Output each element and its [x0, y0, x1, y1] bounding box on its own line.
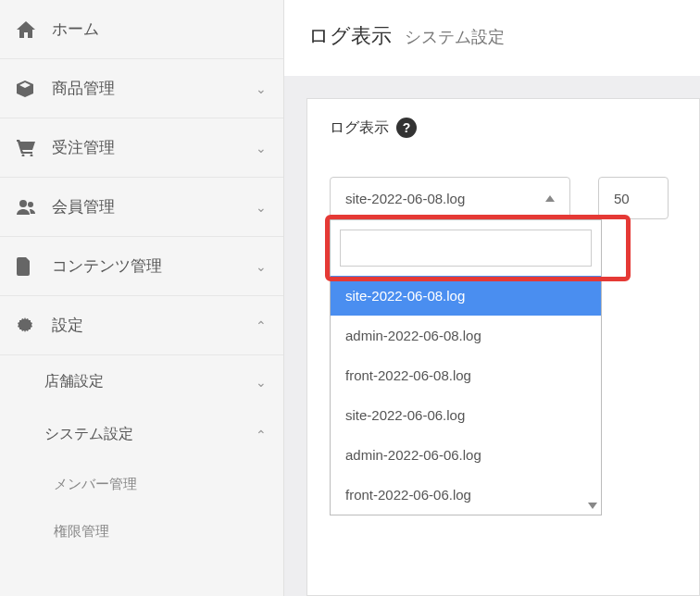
sidebar-subitem-system-settings[interactable]: システム設定 ⌃ [0, 408, 283, 461]
page-subtitle: システム設定 [405, 26, 505, 48]
users-icon [17, 200, 41, 215]
chevron-down-icon: ⌄ [256, 259, 267, 274]
home-icon [17, 21, 41, 38]
help-icon[interactable]: ? [396, 118, 417, 138]
log-file-select[interactable]: site-2022-06-08.log [330, 177, 570, 219]
sidebar-item-products[interactable]: 商品管理 ⌄ [0, 59, 283, 118]
sidebar-subsubitem-permission-mgmt[interactable]: 権限管理 [0, 508, 283, 555]
dropdown-option[interactable]: front-2022-06-06.log [331, 475, 601, 515]
file-icon [17, 257, 41, 276]
select-value: site-2022-06-08.log [345, 191, 465, 206]
sidebar-subsubitem-label: メンバー管理 [54, 476, 137, 491]
sidebar-item-label: 商品管理 [52, 78, 256, 99]
sidebar-item-label: ホーム [52, 19, 267, 40]
svg-point-1 [31, 154, 33, 156]
main-content: ログ表示 システム設定 ログ表示 ? site-2022-06-08.log 5… [284, 0, 700, 596]
svg-point-0 [22, 154, 25, 156]
dropdown-option[interactable]: site-2022-06-06.log [331, 395, 601, 435]
sidebar-item-label: コンテンツ管理 [52, 255, 256, 277]
cube-icon [17, 81, 41, 97]
svg-point-2 [19, 200, 27, 207]
sidebar-subitem-label: 店舗設定 [44, 372, 256, 391]
dropdown-search-input[interactable] [340, 230, 592, 267]
chevron-down-icon: ⌄ [256, 81, 267, 96]
log-controls: site-2022-06-08.log 50 site-2022-06-08.l… [307, 155, 699, 242]
cart-icon [17, 140, 41, 156]
gear-icon [17, 317, 41, 334]
sidebar-item-orders[interactable]: 受注管理 ⌄ [0, 118, 283, 178]
chevron-down-icon: ⌄ [256, 375, 267, 390]
count-value: 50 [614, 191, 630, 206]
caret-up-icon [545, 195, 555, 202]
sidebar-item-settings[interactable]: 設定 ⌃ [0, 296, 283, 355]
dropdown-option[interactable]: front-2022-06-08.log [331, 355, 601, 395]
card-title: ログ表示 [330, 118, 389, 138]
chevron-up-icon: ⌃ [256, 318, 267, 333]
log-card: ログ表示 ? site-2022-06-08.log 50 site-2022-… [306, 98, 700, 596]
sidebar-item-label: 受注管理 [52, 137, 256, 158]
dropdown-option[interactable]: site-2022-06-08.log [331, 276, 601, 316]
scroll-down-icon [588, 503, 597, 509]
row-count-input[interactable]: 50 [598, 177, 669, 219]
sidebar-subsubitem-label: 権限管理 [54, 523, 109, 539]
chevron-down-icon: ⌄ [256, 141, 267, 155]
dropdown-search-wrap [331, 220, 601, 276]
dropdown-option[interactable]: admin-2022-06-08.log [331, 316, 601, 355]
log-file-dropdown: site-2022-06-08.log admin-2022-06-08.log… [330, 219, 602, 515]
sidebar-item-label: 会員管理 [52, 196, 256, 217]
svg-point-3 [28, 202, 33, 207]
chevron-up-icon: ⌃ [256, 428, 267, 442]
chevron-down-icon: ⌄ [256, 200, 267, 215]
page-title: ログ表示 [308, 22, 392, 50]
sidebar-subitem-label: システム設定 [44, 425, 256, 444]
sidebar: ホーム 商品管理 ⌄ 受注管理 ⌄ 会員管理 ⌄ コンテンツ管理 ⌄ 設定 ⌃ [0, 0, 284, 596]
sidebar-subitem-shop-settings[interactable]: 店舗設定 ⌄ [0, 355, 283, 408]
sidebar-subsubitem-member-mgmt[interactable]: メンバー管理 [0, 461, 283, 508]
dropdown-option[interactable]: admin-2022-06-06.log [331, 435, 601, 475]
sidebar-item-members[interactable]: 会員管理 ⌄ [0, 178, 283, 237]
sidebar-item-label: 設定 [52, 315, 256, 336]
dropdown-list[interactable]: site-2022-06-08.log admin-2022-06-08.log… [331, 276, 601, 515]
page-header: ログ表示 システム設定 [284, 0, 700, 76]
sidebar-item-home[interactable]: ホーム [0, 0, 283, 59]
sidebar-item-content[interactable]: コンテンツ管理 ⌄ [0, 237, 283, 296]
card-header: ログ表示 ? [307, 118, 699, 155]
